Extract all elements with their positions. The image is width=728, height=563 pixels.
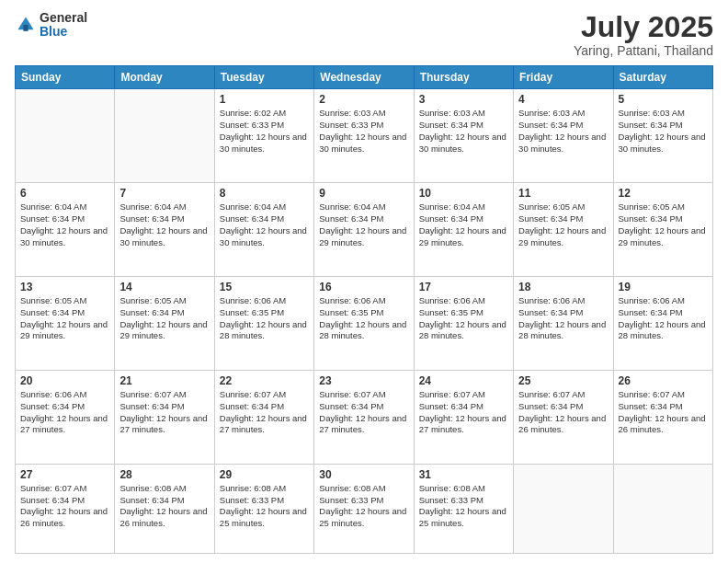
day-number: 17 xyxy=(419,281,508,293)
day-info: Sunrise: 6:04 AM Sunset: 6:34 PM Dayligh… xyxy=(119,201,209,248)
table-row: 16Sunrise: 6:06 AM Sunset: 6:35 PM Dayli… xyxy=(314,277,414,371)
table-row xyxy=(613,464,712,553)
table-row: 27Sunrise: 6:07 AM Sunset: 6:34 PM Dayli… xyxy=(16,464,115,553)
logo-blue: Blue xyxy=(40,25,87,39)
day-info: Sunrise: 6:03 AM Sunset: 6:34 PM Dayligh… xyxy=(619,108,708,155)
day-info: Sunrise: 6:06 AM Sunset: 6:34 PM Dayligh… xyxy=(619,295,708,342)
day-info: Sunrise: 6:05 AM Sunset: 6:34 PM Dayligh… xyxy=(20,295,109,342)
day-info: Sunrise: 6:06 AM Sunset: 6:34 PM Dayligh… xyxy=(518,295,608,342)
table-row: 5Sunrise: 6:03 AM Sunset: 6:34 PM Daylig… xyxy=(613,89,712,183)
svg-rect-1 xyxy=(23,25,28,31)
table-row: 31Sunrise: 6:08 AM Sunset: 6:33 PM Dayli… xyxy=(414,464,513,553)
table-row: 21Sunrise: 6:07 AM Sunset: 6:34 PM Dayli… xyxy=(115,370,214,464)
day-info: Sunrise: 6:08 AM Sunset: 6:33 PM Dayligh… xyxy=(419,483,508,530)
day-number: 1 xyxy=(220,93,309,106)
table-row: 13Sunrise: 6:05 AM Sunset: 6:34 PM Dayli… xyxy=(16,277,115,371)
day-number: 26 xyxy=(619,374,708,387)
day-info: Sunrise: 6:06 AM Sunset: 6:35 PM Dayligh… xyxy=(220,295,309,342)
day-info: Sunrise: 6:04 AM Sunset: 6:34 PM Dayligh… xyxy=(20,201,109,248)
day-info: Sunrise: 6:04 AM Sunset: 6:34 PM Dayligh… xyxy=(220,201,309,248)
day-number: 6 xyxy=(20,187,109,200)
day-info: Sunrise: 6:07 AM Sunset: 6:34 PM Dayligh… xyxy=(220,389,309,436)
day-info: Sunrise: 6:03 AM Sunset: 6:33 PM Dayligh… xyxy=(319,108,408,155)
table-row: 3Sunrise: 6:03 AM Sunset: 6:34 PM Daylig… xyxy=(414,89,513,183)
day-number: 20 xyxy=(20,374,109,387)
logo-text: General Blue xyxy=(40,11,87,40)
page: General Blue July 2025 Yaring, Pattani, … xyxy=(0,0,728,563)
calendar-table: Sunday Monday Tuesday Wednesday Thursday… xyxy=(15,65,713,554)
table-row: 28Sunrise: 6:08 AM Sunset: 6:34 PM Dayli… xyxy=(115,464,214,553)
table-row: 12Sunrise: 6:05 AM Sunset: 6:34 PM Dayli… xyxy=(613,183,712,277)
day-info: Sunrise: 6:02 AM Sunset: 6:33 PM Dayligh… xyxy=(220,108,309,155)
table-row xyxy=(514,464,613,553)
table-row: 23Sunrise: 6:07 AM Sunset: 6:34 PM Dayli… xyxy=(314,370,414,464)
table-row: 7Sunrise: 6:04 AM Sunset: 6:34 PM Daylig… xyxy=(115,183,214,277)
day-info: Sunrise: 6:04 AM Sunset: 6:34 PM Dayligh… xyxy=(319,201,408,248)
day-number: 21 xyxy=(119,374,209,387)
table-row: 18Sunrise: 6:06 AM Sunset: 6:34 PM Dayli… xyxy=(514,277,613,371)
day-number: 27 xyxy=(20,468,109,481)
day-number: 2 xyxy=(319,93,408,106)
calendar-header-row: Sunday Monday Tuesday Wednesday Thursday… xyxy=(16,66,713,89)
day-number: 18 xyxy=(518,281,608,293)
col-tuesday: Tuesday xyxy=(214,66,313,89)
day-number: 15 xyxy=(220,281,309,293)
day-number: 7 xyxy=(119,187,209,200)
day-number: 12 xyxy=(619,187,708,200)
col-friday: Friday xyxy=(514,66,613,89)
table-row: 15Sunrise: 6:06 AM Sunset: 6:35 PM Dayli… xyxy=(214,277,313,371)
day-info: Sunrise: 6:07 AM Sunset: 6:34 PM Dayligh… xyxy=(119,389,209,436)
day-number: 31 xyxy=(419,468,508,481)
day-info: Sunrise: 6:03 AM Sunset: 6:34 PM Dayligh… xyxy=(518,108,608,155)
day-number: 24 xyxy=(419,374,508,387)
col-thursday: Thursday xyxy=(414,66,513,89)
day-info: Sunrise: 6:07 AM Sunset: 6:34 PM Dayligh… xyxy=(20,483,109,530)
main-title: July 2025 xyxy=(574,11,713,43)
day-info: Sunrise: 6:07 AM Sunset: 6:34 PM Dayligh… xyxy=(619,389,708,436)
day-number: 9 xyxy=(319,187,408,200)
day-number: 11 xyxy=(518,187,608,200)
day-number: 5 xyxy=(619,93,708,106)
day-info: Sunrise: 6:03 AM Sunset: 6:34 PM Dayligh… xyxy=(419,108,508,155)
day-info: Sunrise: 6:06 AM Sunset: 6:35 PM Dayligh… xyxy=(419,295,508,342)
day-number: 8 xyxy=(220,187,309,200)
table-row: 6Sunrise: 6:04 AM Sunset: 6:34 PM Daylig… xyxy=(16,183,115,277)
logo-general: General xyxy=(40,11,87,25)
table-row xyxy=(115,89,214,183)
table-row: 19Sunrise: 6:06 AM Sunset: 6:34 PM Dayli… xyxy=(613,277,712,371)
day-info: Sunrise: 6:06 AM Sunset: 6:34 PM Dayligh… xyxy=(20,389,109,436)
day-info: Sunrise: 6:06 AM Sunset: 6:35 PM Dayligh… xyxy=(319,295,408,342)
title-block: July 2025 Yaring, Pattani, Thailand xyxy=(574,11,713,58)
day-info: Sunrise: 6:08 AM Sunset: 6:33 PM Dayligh… xyxy=(220,483,309,530)
table-row: 17Sunrise: 6:06 AM Sunset: 6:35 PM Dayli… xyxy=(414,277,513,371)
day-number: 22 xyxy=(220,374,309,387)
col-wednesday: Wednesday xyxy=(314,66,414,89)
table-row: 10Sunrise: 6:04 AM Sunset: 6:34 PM Dayli… xyxy=(414,183,513,277)
day-info: Sunrise: 6:08 AM Sunset: 6:34 PM Dayligh… xyxy=(119,483,209,530)
day-info: Sunrise: 6:05 AM Sunset: 6:34 PM Dayligh… xyxy=(619,201,708,248)
day-number: 16 xyxy=(319,281,408,293)
header: General Blue July 2025 Yaring, Pattani, … xyxy=(15,11,713,58)
day-number: 10 xyxy=(419,187,508,200)
day-number: 14 xyxy=(119,281,209,293)
day-number: 4 xyxy=(518,93,608,106)
table-row: 4Sunrise: 6:03 AM Sunset: 6:34 PM Daylig… xyxy=(514,89,613,183)
table-row xyxy=(16,89,115,183)
logo: General Blue xyxy=(15,11,87,40)
day-info: Sunrise: 6:05 AM Sunset: 6:34 PM Dayligh… xyxy=(518,201,608,248)
day-info: Sunrise: 6:07 AM Sunset: 6:34 PM Dayligh… xyxy=(518,389,608,436)
table-row: 8Sunrise: 6:04 AM Sunset: 6:34 PM Daylig… xyxy=(214,183,313,277)
day-info: Sunrise: 6:07 AM Sunset: 6:34 PM Dayligh… xyxy=(419,389,508,436)
logo-icon xyxy=(15,14,37,36)
day-info: Sunrise: 6:04 AM Sunset: 6:34 PM Dayligh… xyxy=(419,201,508,248)
col-saturday: Saturday xyxy=(613,66,712,89)
table-row: 30Sunrise: 6:08 AM Sunset: 6:33 PM Dayli… xyxy=(314,464,414,553)
table-row: 24Sunrise: 6:07 AM Sunset: 6:34 PM Dayli… xyxy=(414,370,513,464)
table-row: 29Sunrise: 6:08 AM Sunset: 6:33 PM Dayli… xyxy=(214,464,313,553)
col-sunday: Sunday xyxy=(16,66,115,89)
subtitle: Yaring, Pattani, Thailand xyxy=(574,43,713,58)
table-row: 26Sunrise: 6:07 AM Sunset: 6:34 PM Dayli… xyxy=(613,370,712,464)
table-row: 22Sunrise: 6:07 AM Sunset: 6:34 PM Dayli… xyxy=(214,370,313,464)
table-row: 25Sunrise: 6:07 AM Sunset: 6:34 PM Dayli… xyxy=(514,370,613,464)
table-row: 9Sunrise: 6:04 AM Sunset: 6:34 PM Daylig… xyxy=(314,183,414,277)
